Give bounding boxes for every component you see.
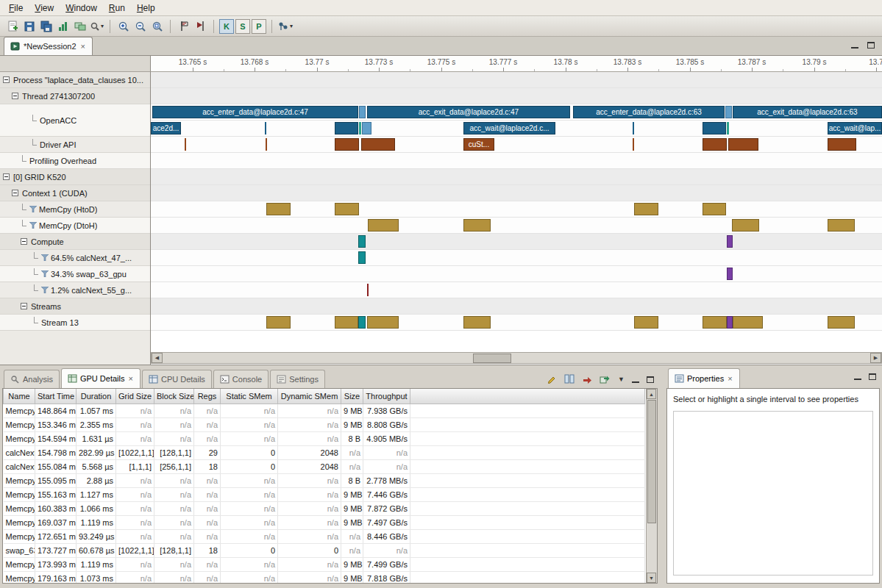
column-header-grid-size[interactable]: Grid Size (116, 389, 154, 404)
collapse-toggle-icon[interactable] (21, 303, 27, 309)
tab-analysis[interactable]: Analysis (4, 370, 60, 388)
tab-properties[interactable]: Properties × (668, 368, 740, 388)
timeline-interval[interactable] (359, 122, 361, 135)
timeline-interval[interactable]: acc_wait@lap... (828, 122, 882, 135)
table-row[interactable]: Memcpy148.864 ms1.057 msn/an/an/an/an/a9… (4, 404, 645, 417)
column-header-duration[interactable]: Duration (77, 389, 116, 404)
column-layout-icon[interactable] (564, 374, 575, 385)
scroll-up-icon[interactable]: ▲ (647, 389, 656, 399)
timeline-row-driver-api[interactable]: cuSt... (151, 137, 882, 153)
column-header-throughput[interactable]: Throughput (363, 389, 410, 404)
menu-help[interactable]: Help (131, 1, 161, 15)
show-kernels-toggle[interactable]: K (219, 19, 234, 34)
import-session-icon[interactable] (71, 18, 88, 35)
maximize-icon[interactable] (647, 376, 654, 383)
timeline-interval[interactable] (358, 235, 366, 248)
tree-row-process[interactable]: Process "laplace_data_clauses 10... (0, 72, 150, 88)
timeline-interval[interactable] (732, 219, 759, 232)
tab-cpu-details[interactable]: CPU Details (142, 370, 212, 388)
collapse-toggle-icon[interactable] (3, 76, 10, 83)
timeline-interval[interactable] (463, 219, 491, 232)
timeline-interval[interactable] (727, 268, 733, 280)
tree-row-grid-k520[interactable]: [0] GRID K520 (0, 169, 150, 185)
timeline-interval[interactable]: acc_exit_data@laplace2d.c:47 (367, 106, 570, 118)
timeline-interval[interactable] (359, 106, 366, 118)
tree-row-memcpy-dtoh[interactable]: MemCpy (DtoH) (0, 218, 150, 234)
menu-window[interactable]: Window (60, 1, 103, 15)
collapse-toggle-icon[interactable] (12, 190, 18, 196)
timeline-interval[interactable] (727, 122, 729, 135)
column-header-start-time[interactable]: Start Time (35, 389, 77, 404)
timeline-row-memcpy-dtoh[interactable] (151, 218, 882, 234)
table-row[interactable]: Memcpy155.095 ms2.88 µsn/an/an/an/an/a8 … (4, 473, 645, 487)
timeline-interval[interactable] (725, 106, 732, 118)
tree-row-profiling-overhead[interactable]: Profiling Overhead (0, 153, 150, 169)
timeline-row-profiling-overhead[interactable] (151, 153, 882, 169)
column-header-dynamic-smem[interactable]: Dynamic SMem (278, 389, 341, 404)
table-row[interactable]: calcNext_47_gpu154.798 ms282.99 µs[1022,… (4, 445, 645, 459)
table-row[interactable]: Memcpy153.346 ms2.355 msn/an/an/an/an/a9… (4, 417, 645, 431)
tree-row-calcnext-55[interactable]: 1.2% calcNext_55_g... (0, 282, 150, 298)
timeline-interval[interactable] (367, 284, 369, 296)
zoom-fit-icon[interactable] (149, 18, 166, 35)
tree-row-compute[interactable]: Compute (0, 234, 150, 250)
vscroll-thumb[interactable] (647, 400, 656, 523)
table-row[interactable]: Memcpy169.037 ms1.119 msn/an/an/an/an/a9… (4, 515, 645, 529)
scroll-down-icon[interactable]: ▼ (647, 573, 656, 583)
tab-gpu-details[interactable]: GPU Details× (61, 368, 141, 388)
timeline-row-calcnext-55[interactable] (151, 282, 882, 298)
timeline-interval[interactable] (367, 316, 399, 329)
menu-file[interactable]: File (3, 1, 29, 15)
table-row[interactable]: Memcpy154.594 ms1.631 µsn/an/an/an/an/a8… (4, 431, 645, 445)
collapse-toggle-icon[interactable] (3, 173, 10, 180)
column-header-block-size[interactable]: Block Size (154, 389, 194, 404)
menu-view[interactable]: View (29, 1, 60, 15)
close-icon[interactable]: × (727, 374, 733, 383)
timeline-interval[interactable] (265, 122, 266, 135)
minimize-icon[interactable] (632, 376, 639, 383)
timeline-interval[interactable] (703, 203, 726, 215)
scroll-right-icon[interactable]: ▶ (870, 353, 881, 363)
maximize-icon[interactable] (869, 373, 876, 380)
timeline-row-thread[interactable] (151, 88, 882, 104)
goto-next-marker-icon[interactable] (192, 18, 209, 35)
timeline-row-openacc-wait[interactable]: ace2d...acc_wait@laplace2d.c...acc_wait@… (151, 121, 882, 137)
timeline-interval[interactable] (634, 203, 658, 215)
table-row[interactable]: calcNext_55_gpu155.084 ms5.568 µs[1,1,1]… (4, 459, 645, 473)
column-header-static-smem[interactable]: Static SMem (221, 389, 278, 404)
tool-menu-icon[interactable]: ▾ (88, 18, 105, 35)
column-header-regs[interactable]: Regs (194, 389, 221, 404)
timeline-row-swap-63[interactable] (151, 266, 882, 282)
table-vscrollbar[interactable]: ▲ ▼ (646, 389, 657, 583)
timeline-row-streams[interactable] (151, 298, 882, 315)
show-processes-toggle[interactable]: P (252, 19, 266, 34)
timeline-interval[interactable] (335, 138, 359, 151)
timeline-interval[interactable] (185, 138, 186, 151)
timeline-interval[interactable]: acc_enter_data@laplace2d.c:47 (152, 106, 358, 118)
timeline-interval[interactable] (361, 138, 395, 151)
timeline-interval[interactable]: acc_wait@laplace2d.c... (463, 122, 555, 135)
table-row[interactable]: Memcpy155.163 ms1.127 msn/an/an/an/an/a9… (4, 487, 645, 501)
timeline-interval[interactable] (703, 316, 727, 329)
timeline-interval[interactable] (463, 316, 491, 329)
show-streams-toggle[interactable]: S (235, 19, 250, 34)
timeline-row-stream-13[interactable] (151, 315, 882, 331)
timeline-interval[interactable] (266, 138, 267, 151)
analysis-menu-icon[interactable]: ▾ (277, 18, 294, 35)
tree-row-stream-13[interactable]: Stream 13 (0, 315, 150, 331)
timeline-interval[interactable]: acc_exit_data@laplace2d.c:63 (733, 106, 882, 118)
view-menu-icon[interactable]: ▼ (618, 376, 625, 383)
table-row[interactable]: Memcpy172.651 ms93.249 µsn/an/an/an/an/a… (4, 529, 645, 543)
menu-run[interactable]: Run (103, 1, 131, 15)
timeline-row-compute[interactable] (151, 234, 882, 250)
export-data-icon[interactable] (600, 374, 610, 385)
timeline-interval[interactable] (362, 122, 371, 135)
tree-row-thread[interactable]: Thread 2741307200 (0, 88, 150, 104)
timeline-interval[interactable] (335, 316, 358, 329)
timeline-interval[interactable] (335, 122, 358, 135)
table-row[interactable]: swap_63_gpu173.727 ms60.678 µs[1022,1,1]… (4, 543, 645, 557)
table-row[interactable]: Memcpy173.993 ms1.119 msn/an/an/an/an/a9… (4, 557, 645, 571)
timeline-interval[interactable] (266, 203, 291, 215)
zoom-out-icon[interactable] (132, 18, 149, 35)
tree-row-context-1[interactable]: Context 1 (CUDA) (0, 185, 150, 201)
